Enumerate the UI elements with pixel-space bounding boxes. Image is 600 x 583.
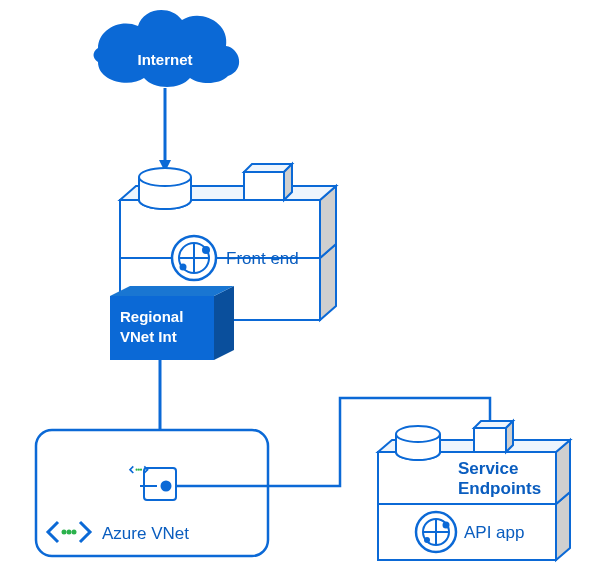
azure-vnet-label: Azure VNet <box>102 524 189 543</box>
frontend-label: Front end <box>226 249 299 268</box>
svg-marker-18 <box>214 286 234 360</box>
svg-marker-10 <box>284 164 292 200</box>
service-endpoints-label-1: Service <box>458 459 519 478</box>
svg-point-31 <box>67 530 72 535</box>
frontend-cube-icon <box>244 164 292 200</box>
svg-point-8 <box>139 168 191 186</box>
svg-rect-11 <box>244 172 284 200</box>
svg-point-48 <box>443 522 450 529</box>
app-service-globe-icon <box>172 236 216 280</box>
frontend-cylinder-icon <box>139 168 191 209</box>
internet-cloud: Internet <box>94 10 240 87</box>
svg-rect-43 <box>474 428 506 452</box>
svg-point-28 <box>138 469 140 471</box>
svg-point-40 <box>396 426 440 442</box>
svg-point-16 <box>202 246 210 254</box>
svg-point-25 <box>161 481 172 492</box>
api-app-block: Service Endpoints API app <box>378 421 570 560</box>
regional-vnet-int-block: Regional VNet Int <box>110 286 234 360</box>
apiapp-cylinder-icon <box>396 426 440 460</box>
svg-marker-42 <box>506 421 513 452</box>
svg-point-49 <box>424 537 430 543</box>
svg-point-29 <box>140 469 142 471</box>
api-app-label: API app <box>464 523 525 542</box>
svg-point-30 <box>62 530 67 535</box>
internet-label: Internet <box>137 51 192 68</box>
svg-point-32 <box>72 530 77 535</box>
svg-rect-24 <box>144 468 176 500</box>
vnet-int-label-1: Regional <box>120 308 183 325</box>
svg-marker-19 <box>110 286 234 296</box>
service-endpoints-label-2: Endpoints <box>458 479 541 498</box>
apiapp-globe-icon <box>416 512 456 552</box>
apiapp-cube-icon <box>474 421 513 452</box>
vnet-int-label-2: VNet Int <box>120 328 177 345</box>
arrow-internet-to-frontend <box>159 88 171 172</box>
azure-vnet-box: Azure VNet <box>36 430 268 556</box>
svg-point-27 <box>136 469 138 471</box>
svg-point-17 <box>180 264 187 271</box>
